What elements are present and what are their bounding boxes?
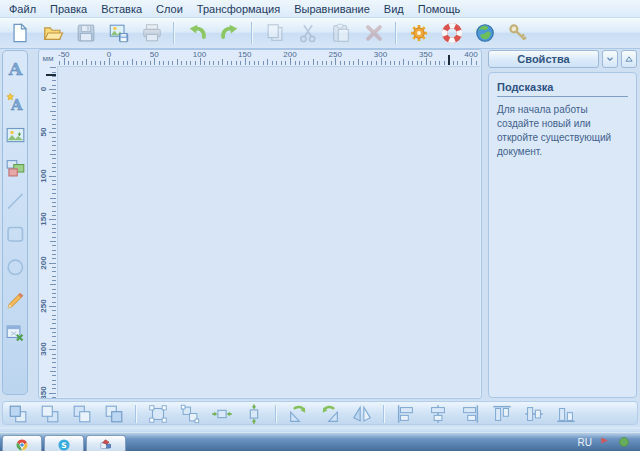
cut-button[interactable] xyxy=(294,20,321,46)
tray-green-status-icon[interactable] xyxy=(618,436,630,448)
equal-height-icon xyxy=(243,403,265,425)
align-center-button[interactable] xyxy=(425,402,451,426)
menu-edit[interactable]: Правка xyxy=(43,1,94,17)
system-tray: RU xyxy=(578,436,630,448)
ruler-cursor-marker xyxy=(46,74,56,76)
license-key-button[interactable] xyxy=(504,20,531,46)
redo-button[interactable] xyxy=(216,20,243,46)
ellipse-tool[interactable] xyxy=(4,256,26,278)
flip-button[interactable] xyxy=(349,402,375,426)
align-top-icon xyxy=(491,403,513,425)
rectangle-icon xyxy=(5,224,26,245)
send-to-back-button[interactable] xyxy=(101,402,127,426)
send-to-back-icon xyxy=(103,403,125,425)
settings-button[interactable] xyxy=(405,20,432,46)
globe-icon xyxy=(474,22,496,44)
print-button[interactable] xyxy=(138,20,165,46)
group-icon xyxy=(147,403,169,425)
tray-red-badge-icon[interactable] xyxy=(599,436,611,448)
group-button[interactable] xyxy=(145,402,171,426)
text-tool[interactable] xyxy=(4,58,26,80)
language-indicator[interactable]: RU xyxy=(578,437,592,448)
copy-pages-icon xyxy=(264,22,286,44)
rotate-right-button[interactable] xyxy=(317,402,343,426)
save-floppy-icon xyxy=(75,22,97,44)
gear-icon xyxy=(408,22,430,44)
pencil-tool[interactable] xyxy=(4,289,26,311)
paste-button[interactable] xyxy=(327,20,354,46)
export-image-button[interactable] xyxy=(105,20,132,46)
properties-panel-header: Свойства xyxy=(488,50,637,68)
align-top-button[interactable] xyxy=(489,402,515,426)
toolbar-separator xyxy=(395,22,397,44)
chrome-icon xyxy=(15,438,29,451)
undo-arrow-icon xyxy=(186,22,208,44)
website-button[interactable] xyxy=(471,20,498,46)
send-backward-button[interactable] xyxy=(69,402,95,426)
tools-panel xyxy=(2,50,28,395)
hint-title: Подсказка xyxy=(497,81,628,97)
skype-icon xyxy=(57,438,71,451)
menu-view[interactable]: Вид xyxy=(377,1,411,17)
toolbar-separator xyxy=(251,22,253,44)
equal-width-button[interactable] xyxy=(209,402,235,426)
shapes-icon xyxy=(5,158,26,179)
properties-header-button[interactable]: Свойства xyxy=(488,50,599,68)
application-window: ФайлПравкаВставкаСлоиТрансформацияВыравн… xyxy=(0,0,640,451)
toolbar-separator xyxy=(135,405,137,423)
hint-panel: Подсказка Для начала работы создайте нов… xyxy=(488,72,637,398)
open-folder-icon xyxy=(42,22,64,44)
bring-forward-button[interactable] xyxy=(37,402,63,426)
menu-align[interactable]: Выравнивание xyxy=(287,1,377,17)
canvas[interactable] xyxy=(57,66,480,397)
toolbar-separator xyxy=(383,405,385,423)
menu-help[interactable]: Помощь xyxy=(411,1,468,17)
align-right-button[interactable] xyxy=(457,402,483,426)
taskbar-skype-button[interactable] xyxy=(44,435,84,451)
image-tool[interactable] xyxy=(4,124,26,146)
delete-button[interactable] xyxy=(360,20,387,46)
equal-height-button[interactable] xyxy=(241,402,267,426)
copy-button[interactable] xyxy=(261,20,288,46)
ungroup-button[interactable] xyxy=(177,402,203,426)
lifebuoy-icon xyxy=(441,22,463,44)
embedded-object-tool[interactable] xyxy=(4,322,26,344)
align-left-button[interactable] xyxy=(393,402,419,426)
rotate-left-button[interactable] xyxy=(285,402,311,426)
menu-bar: ФайлПравкаВставкаСлоиТрансформацияВыравн… xyxy=(0,0,640,18)
help-button[interactable] xyxy=(438,20,465,46)
save-button[interactable] xyxy=(72,20,99,46)
menu-layers[interactable]: Слои xyxy=(149,1,190,17)
equal-width-icon xyxy=(211,403,233,425)
panel-expand-button[interactable] xyxy=(621,50,637,68)
graphics-app-icon xyxy=(99,438,113,451)
undo-button[interactable] xyxy=(183,20,210,46)
menu-transform[interactable]: Трансформация xyxy=(190,1,287,17)
line-icon xyxy=(5,191,26,212)
taskbar-app-button[interactable] xyxy=(86,435,126,451)
art-text-tool[interactable] xyxy=(4,91,26,113)
open-document-button[interactable] xyxy=(39,20,66,46)
bring-to-front-button[interactable] xyxy=(5,402,31,426)
taskbar-chrome-button[interactable] xyxy=(2,435,42,451)
export-image-icon xyxy=(108,22,130,44)
pencil-icon xyxy=(5,290,26,311)
redo-arrow-icon xyxy=(219,22,241,44)
new-document-button[interactable] xyxy=(6,20,33,46)
menu-file[interactable]: Файл xyxy=(2,1,43,17)
horizontal-ruler: -50050100150200250300350400 xyxy=(57,50,481,66)
main-toolbar xyxy=(0,18,640,49)
panel-collapse-button[interactable] xyxy=(602,50,618,68)
rectangle-tool[interactable] xyxy=(4,223,26,245)
menu-insert[interactable]: Вставка xyxy=(94,1,149,17)
shapes-tool[interactable] xyxy=(4,157,26,179)
key-icon xyxy=(507,22,529,44)
send-backward-icon xyxy=(71,403,93,425)
triangle-up-icon xyxy=(624,54,634,64)
line-tool[interactable] xyxy=(4,190,26,212)
align-middle-button[interactable] xyxy=(521,402,547,426)
art-text-star-icon xyxy=(5,92,26,113)
new-document-icon xyxy=(9,22,31,44)
align-bottom-button[interactable] xyxy=(553,402,579,426)
vertical-ruler: 050100150200250300350 xyxy=(39,66,57,398)
